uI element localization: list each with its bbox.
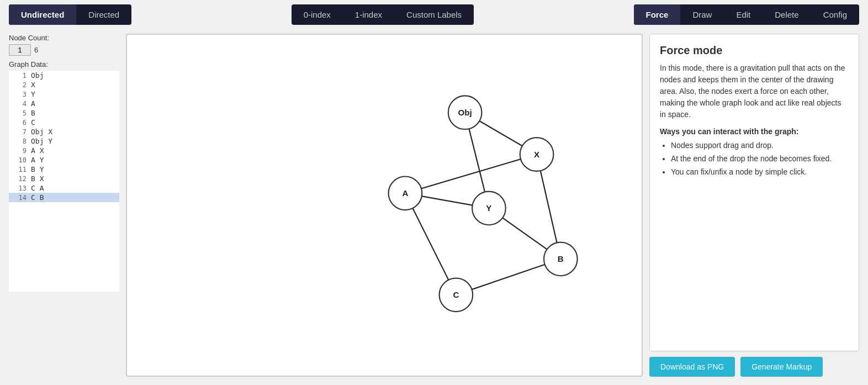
- row-num: 14: [11, 194, 27, 202]
- row-data: B X: [31, 175, 44, 183]
- row-num: 5: [11, 109, 27, 117]
- row-data: Obj Y: [31, 137, 52, 145]
- graph-node[interactable]: C: [440, 278, 473, 312]
- graph-data-row: 11B Y: [9, 165, 119, 174]
- custom-labels-button[interactable]: Custom Labels: [394, 4, 474, 25]
- info-description: In this mode, there is a gravitation pul…: [660, 62, 849, 120]
- edit-button[interactable]: Edit: [724, 4, 763, 25]
- info-list-item: Nodes support drag and drop.: [671, 139, 849, 152]
- graph-data-row: 10A Y: [9, 155, 119, 165]
- node-label: C: [453, 290, 459, 299]
- delete-button[interactable]: Delete: [763, 4, 811, 25]
- row-num: 1: [11, 72, 27, 80]
- action-buttons: Download as PNG Generate Markup: [649, 357, 859, 377]
- main-content: Node Count: 6 Graph Data: 1Obj2X3Y4A5B6C…: [0, 29, 868, 381]
- row-data: A Y: [31, 156, 44, 164]
- graph-data-row: 14C B: [9, 193, 119, 202]
- info-description-text: In this mode, there is a gravitation pul…: [660, 64, 845, 119]
- graph-data-row: 3Y: [9, 89, 119, 99]
- row-num: 9: [11, 147, 27, 155]
- mode-btn-group: Force Draw Edit Delete Config: [634, 4, 859, 25]
- info-list: Nodes support drag and drop.At the end o…: [660, 139, 849, 178]
- row-data: B: [31, 109, 35, 117]
- node-label: Y: [486, 203, 491, 213]
- row-data: C B: [31, 193, 44, 202]
- graph-data-row: 9A X: [9, 146, 119, 155]
- info-title: Force mode: [660, 44, 849, 57]
- row-num: 4: [11, 100, 27, 108]
- directed-button[interactable]: Directed: [76, 4, 131, 25]
- info-list-item: You can fix/unfix a node by simple click…: [671, 166, 849, 179]
- row-data: C A: [31, 184, 44, 192]
- node-label: Obj: [458, 108, 472, 117]
- undirected-button[interactable]: Undirected: [9, 4, 76, 25]
- generate-markup-button[interactable]: Generate Markup: [740, 357, 823, 377]
- row-num: 11: [11, 166, 27, 173]
- graph-data-label: Graph Data:: [9, 60, 119, 68]
- row-num: 13: [11, 184, 27, 192]
- graph-data-row: 4A: [9, 99, 119, 108]
- left-panel: Node Count: 6 Graph Data: 1Obj2X3Y4A5B6C…: [9, 34, 119, 377]
- row-num: 6: [11, 119, 27, 126]
- info-box: Force mode In this mode, there is a grav…: [649, 34, 859, 351]
- graph-data-row: 2X: [9, 80, 119, 89]
- row-data: A: [31, 99, 35, 108]
- graph-data-row: 12B X: [9, 174, 119, 183]
- node-count-value: 6: [34, 46, 38, 54]
- right-panel: Force mode In this mode, there is a grav…: [649, 34, 859, 377]
- index-btn-group: 0-index 1-index Custom Labels: [292, 4, 474, 25]
- row-num: 8: [11, 138, 27, 145]
- row-num: 3: [11, 91, 27, 98]
- graph-data-row: 6C: [9, 118, 119, 127]
- graph-svg: ObjXYABC: [127, 35, 642, 376]
- row-num: 10: [11, 156, 27, 164]
- 0index-button[interactable]: 0-index: [292, 4, 343, 25]
- draw-button[interactable]: Draw: [680, 4, 724, 25]
- graph-canvas[interactable]: ObjXYABC: [126, 34, 643, 377]
- row-num: 12: [11, 175, 27, 183]
- row-num: 2: [11, 81, 27, 89]
- node-count-label: Node Count:: [9, 34, 119, 42]
- graph-data-row: 13C A: [9, 183, 119, 193]
- row-num: 7: [11, 128, 27, 136]
- graph-node[interactable]: X: [520, 138, 554, 171]
- graph-edge: [405, 154, 537, 193]
- graph-node[interactable]: B: [544, 242, 578, 276]
- 1index-button[interactable]: 1-index: [343, 4, 394, 25]
- info-subheading: Ways you can interact with the graph:: [660, 127, 849, 136]
- top-toolbar: Undirected Directed 0-index 1-index Cust…: [0, 0, 868, 29]
- row-data: C: [31, 118, 35, 126]
- graph-node[interactable]: Obj: [448, 96, 482, 129]
- direction-btn-group: Undirected Directed: [9, 4, 131, 25]
- graph-node[interactable]: A: [389, 177, 422, 210]
- graph-data-row: 1Obj: [9, 71, 119, 80]
- force-button[interactable]: Force: [634, 4, 681, 25]
- download-png-button[interactable]: Download as PNG: [649, 357, 735, 377]
- graph-data-row: 7Obj X: [9, 127, 119, 136]
- graph-data-table: 1Obj2X3Y4A5B6C7Obj X8Obj Y9A X10A Y11B Y…: [9, 71, 119, 292]
- row-data: Y: [31, 90, 35, 98]
- row-data: B Y: [31, 165, 44, 173]
- row-data: Obj X: [31, 128, 52, 136]
- node-label: X: [534, 150, 539, 159]
- graph-data-row: 5B: [9, 108, 119, 118]
- row-data: A X: [31, 146, 44, 155]
- node-count-section: Node Count: 6: [9, 34, 119, 56]
- row-data: Obj: [31, 71, 44, 80]
- graph-data-row: 8Obj Y: [9, 136, 119, 146]
- node-label: A: [402, 188, 408, 198]
- node-count-field[interactable]: [9, 44, 31, 56]
- graph-node[interactable]: Y: [472, 192, 506, 225]
- node-label: B: [558, 254, 564, 263]
- node-count-input-row: 6: [9, 44, 119, 56]
- row-data: X: [31, 81, 35, 89]
- info-list-item: At the end of the drop the node becomes …: [671, 152, 849, 166]
- config-button[interactable]: Config: [811, 4, 859, 25]
